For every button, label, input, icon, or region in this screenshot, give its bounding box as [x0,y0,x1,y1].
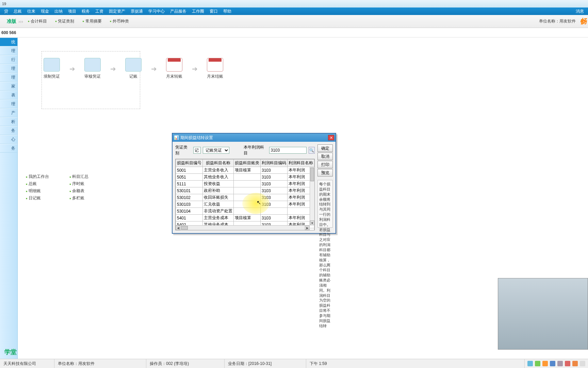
table-cell[interactable]: 5051 [176,174,203,181]
scrollbar-thumb[interactable] [310,168,314,181]
menu-item[interactable]: 出纳 [52,9,65,14]
table-cell[interactable]: 5001 [176,167,203,174]
link-detail-ledger[interactable]: 明细账 [26,188,49,194]
link-journal[interactable]: 日记账 [26,195,49,201]
link-chronological[interactable]: 序时账 [69,181,88,187]
menu-item[interactable]: 现金 [38,9,52,14]
table-cell[interactable]: 政府补助 [203,187,234,194]
link-subject-summary[interactable]: 科目汇总 [69,174,88,180]
tray-volume-icon[interactable] [580,361,585,366]
table-row[interactable]: 5401主营业务成本项目核算3103本年利润 [176,215,314,221]
table-cell[interactable]: 主营业务收入 [203,167,234,174]
horizontal-scrollbar[interactable]: ◀ ▶ [176,225,310,230]
table-cell[interactable]: 非流动资产处置 [203,208,234,215]
menu-item[interactable]: 工作圈 [189,9,207,14]
table-cell[interactable]: 其他业务收入 [203,174,234,181]
scroll-left-icon[interactable]: ◀ [176,226,180,230]
scroll-down-icon[interactable]: ▼ [310,220,314,225]
tray-icon[interactable] [527,361,533,366]
table-cell[interactable]: 3103 [261,201,288,208]
tray-icon[interactable] [535,361,540,366]
table-cell[interactable] [261,208,288,215]
tray-icon[interactable] [565,361,570,366]
table-row[interactable]: 530101政府补助3103本年利润 [176,187,314,194]
print-button[interactable]: 打印 [317,161,333,168]
flow-create-voucher[interactable]: 填制凭证 [38,58,65,79]
table-cell[interactable] [234,201,261,208]
tray-icon[interactable] [572,361,578,366]
table-cell[interactable] [234,174,261,181]
table-cell[interactable]: 5401 [176,215,203,221]
menu-messages[interactable]: 消息 [573,9,587,14]
sidebar-item[interactable]: 析 [0,117,17,126]
sidebar-item[interactable]: 理 [0,64,17,73]
table-header[interactable]: 损益科目名称 [203,159,234,167]
flow-post[interactable]: 记账 [120,58,147,79]
table-row[interactable]: 530103汇兑收益3103本年利润 [176,201,314,208]
table-cell[interactable]: 530102 [176,194,203,201]
table-cell[interactable]: 530103 [176,201,203,208]
flow-audit-voucher[interactable]: 审核凭证 [79,58,106,79]
table-cell[interactable] [234,208,261,215]
search-icon[interactable]: 🔍 [309,147,315,154]
sidebar-item[interactable]: 行 [0,55,17,64]
sidebar-item[interactable]: 统 [0,37,17,46]
table-row[interactable]: 530104非流动资产处置 [176,208,314,215]
flow-month-transfer[interactable]: 月末转账 [161,58,188,79]
vertical-scrollbar[interactable]: ▼ [310,167,314,225]
menu-item[interactable]: 总账 [11,9,24,14]
menu-item[interactable]: 税务 [79,9,93,14]
sidebar-item[interactable]: 理 [0,46,17,55]
sidebar-item[interactable]: 务 [0,126,17,135]
sidebar-item[interactable]: 理 [0,73,17,82]
scrollbar-thumb[interactable] [181,226,188,230]
table-cell[interactable]: 530101 [176,187,203,194]
voucher-type-select[interactable]: 记账凭证 [203,147,229,154]
tray-icon[interactable] [550,361,555,366]
table-cell[interactable] [234,187,261,194]
table-cell[interactable]: 3103 [261,187,288,194]
table-row[interactable]: 530102收回坏账损失3103本年利润 [176,194,314,201]
menu-item[interactable]: 票据通 [128,9,146,14]
toolbar-foreign-currency[interactable]: 外币种类 [106,18,133,24]
dialog-titlebar[interactable]: 📊期间损益结转设置 ✕ [173,134,336,142]
menu-item[interactable]: 帮助 [220,9,234,14]
tray-icon[interactable] [542,361,548,366]
scroll-right-icon[interactable]: ▶ [305,226,310,230]
table-cell[interactable]: 5111 [176,181,203,187]
table-cell[interactable]: 3103 [261,215,288,221]
sidebar-item[interactable]: 理 [0,99,17,108]
menu-item[interactable]: 学习中心 [146,9,167,14]
table-cell[interactable]: 3103 [261,181,288,187]
menu-item[interactable]: 固定资产 [106,9,128,14]
table-row[interactable]: 5051其他业务收入3103本年利润 [176,174,314,181]
sidebar-item[interactable]: 产 [0,108,17,117]
menu-item[interactable]: 产品服务 [167,9,189,14]
menu-item[interactable]: 窗口 [207,9,220,14]
sidebar-item[interactable]: 心 [0,135,17,144]
table-header[interactable]: 利润科目名称 [288,159,314,167]
table-header[interactable]: 损益科目账类 [234,159,261,167]
toolbar-common-summary[interactable]: 常用摘要 [78,18,105,24]
menu-item[interactable]: 工资 [93,9,106,14]
table-header[interactable]: 利润科目编码 [261,159,288,167]
table-cell[interactable]: 收回坏账损失 [203,194,234,201]
table-header[interactable]: 损益科目编号 [176,159,203,167]
toolbar-voucher-type[interactable]: 凭证类别 [51,18,78,24]
menu-item[interactable]: 贷 [1,9,11,14]
sidebar-item[interactable]: 家 [0,82,17,91]
table-cell[interactable]: 项目核算 [234,215,261,221]
ok-button[interactable]: 确定 [317,144,333,152]
link-balance-sheet[interactable]: 余额表 [69,188,88,194]
sidebar-item[interactable]: 务 [0,144,17,153]
voucher-type-code[interactable] [193,147,201,154]
flow-month-close[interactable]: 月末结账 [201,58,229,79]
table-cell[interactable]: 主营业务成本 [203,215,234,221]
sidebar-item[interactable]: 表 [0,91,17,99]
link-general-ledger[interactable]: 总账 [26,181,49,187]
menu-item[interactable]: 往来 [24,9,38,14]
table-row[interactable]: 5001主营业务收入项目核算3103本年利润 [176,167,314,174]
link-workbench[interactable]: 我的工作台 [26,174,49,180]
table-cell[interactable]: 汇兑收益 [203,201,234,208]
profit-account-input[interactable] [269,147,307,154]
